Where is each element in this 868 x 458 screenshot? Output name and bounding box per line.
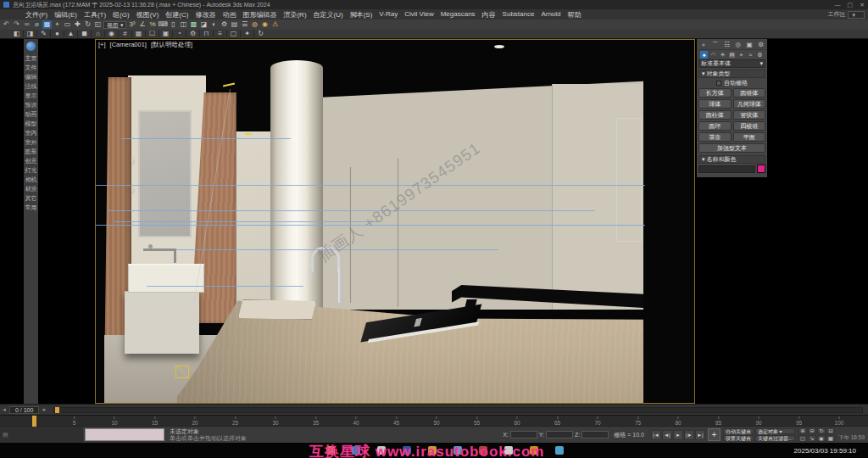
timeline-frame-handle[interactable]: [32, 416, 36, 427]
light-helper-icon[interactable]: [223, 83, 235, 87]
workspace-selector[interactable]: 工作区 ▾: [827, 10, 865, 19]
wall-faucet[interactable]: [143, 242, 186, 267]
sidebar-item[interactable]: 动画: [25, 111, 38, 118]
camera-viewport[interactable]: 插画人 +8619973545951 [+] [Camera001] [默认明暗…: [95, 39, 695, 404]
viewport-camera-label[interactable]: [Camera001]: [110, 41, 147, 49]
sidebar-item[interactable]: 常用: [25, 204, 38, 211]
primitive-button[interactable]: 球体: [698, 99, 732, 109]
toolbar-icon[interactable]: ⌀: [32, 20, 42, 29]
menu-item[interactable]: Substance: [499, 10, 538, 20]
prev-frame-arrow[interactable]: ◄: [0, 407, 8, 412]
command-tab[interactable]: ＋: [700, 41, 707, 49]
command-tab[interactable]: ☷: [724, 41, 730, 48]
playback-button[interactable]: ◄|: [662, 430, 672, 440]
toolbar-icon[interactable]: ✚: [73, 20, 82, 29]
object-category-icon[interactable]: ⌖: [737, 51, 745, 59]
menu-item[interactable]: 创建(C): [162, 10, 192, 20]
toolbar-icon[interactable]: ▢: [229, 30, 238, 38]
object-name-input[interactable]: [698, 165, 755, 173]
toolbar-icon[interactable]: ▦: [42, 20, 52, 29]
toolbar-icon[interactable]: ↻: [83, 20, 92, 29]
menu-item[interactable]: 动画: [219, 10, 239, 20]
toolbar-icon[interactable]: ◐: [209, 20, 219, 29]
viewport-nav-icon[interactable]: ⇘: [808, 435, 816, 442]
playback-button[interactable]: |◄: [651, 430, 661, 440]
viewport-menu-plus[interactable]: [+]: [98, 41, 106, 49]
toolbar-icon[interactable]: ▩: [189, 20, 198, 29]
toolbar-icon[interactable]: ▣: [161, 30, 170, 38]
maximize-button[interactable]: ▢: [848, 2, 854, 8]
primitive-button[interactable]: 圆环: [698, 121, 732, 131]
menu-item[interactable]: Arnold: [537, 10, 564, 20]
playback-button[interactable]: |►: [684, 430, 694, 440]
close-button[interactable]: ✕: [860, 2, 865, 8]
toolbar-icon[interactable]: Π: [202, 30, 211, 38]
toolbar-icon[interactable]: ≡: [215, 30, 225, 38]
toolbar-icon[interactable]: ▤: [230, 20, 239, 29]
y-coordinate-field[interactable]: [546, 431, 573, 438]
toolbar-icon[interactable]: ◉: [107, 30, 116, 38]
menu-item[interactable]: Megascans: [437, 10, 479, 20]
sidebar-item[interactable]: 室内: [25, 130, 38, 137]
command-tab[interactable]: ⚙: [758, 41, 764, 48]
viewport-nav-icon[interactable]: ↻: [817, 427, 826, 434]
basin-cabinet[interactable]: [125, 291, 199, 354]
sink[interactable]: [238, 299, 316, 320]
viewport-nav-icon[interactable]: ⊖: [808, 427, 816, 434]
toolbar-icon[interactable]: ◫: [179, 20, 188, 29]
rollout-name-color[interactable]: ▾ 名称和颜色: [698, 155, 765, 164]
toolbar-icon[interactable]: ◍: [250, 20, 259, 29]
menu-item[interactable]: 帮助: [565, 10, 585, 20]
sidebar-logo-icon[interactable]: [26, 42, 36, 51]
listener-icon[interactable]: ▤: [3, 432, 8, 438]
autogrid-checkbox[interactable]: [716, 81, 721, 86]
menu-item[interactable]: 组(G): [109, 10, 133, 20]
sidebar-item[interactable]: 材质: [25, 186, 38, 193]
command-tab[interactable]: ⌒: [712, 41, 719, 49]
toolbar-icon[interactable]: ⚙: [188, 30, 198, 38]
toolbar-icon[interactable]: ✎: [39, 30, 48, 38]
toolbar-icon[interactable]: ✦: [242, 30, 252, 38]
next-frame-arrow[interactable]: ►: [40, 407, 48, 412]
toolbar-icon[interactable]: ⌂: [93, 30, 103, 38]
time-slider-handle[interactable]: [55, 407, 59, 413]
menu-item[interactable]: V-Ray: [376, 10, 401, 20]
toolbar-icon[interactable]: ⚙: [220, 20, 229, 29]
sidebar-item[interactable]: 灯光: [25, 167, 38, 174]
toolbar-icon[interactable]: ▭: [63, 20, 72, 29]
primitive-button[interactable]: 四棱锥: [733, 121, 766, 131]
basin[interactable]: [128, 264, 204, 293]
viewport-nav-icon[interactable]: ◉: [817, 435, 826, 442]
viewport-shading-label[interactable]: [默认明暗处理]: [151, 41, 192, 49]
toolbar-icon[interactable]: ◉: [260, 20, 270, 29]
viewport-nav-icon[interactable]: ⊡: [826, 427, 835, 434]
sidebar-item[interactable]: 室外: [25, 139, 38, 146]
viewport-nav-icon[interactable]: ▦: [826, 435, 835, 442]
viewport-nav-icon[interactable]: ⊕: [798, 427, 807, 434]
viewport-label[interactable]: [+] [Camera001] [默认明暗处理]: [98, 41, 192, 49]
primitive-button[interactable]: 茶壶: [698, 132, 732, 142]
toolbar-icon[interactable]: 3³: [127, 20, 136, 29]
toolbar-icon[interactable]: ∠: [137, 20, 147, 29]
selection-set-dropdown[interactable]: 选定对象 ▾: [755, 428, 795, 434]
menu-item[interactable]: 图形编辑器: [239, 10, 280, 20]
object-category-icon[interactable]: ⚙: [756, 51, 764, 59]
reference-coordinate-dropdown[interactable]: 视图 ▾: [103, 21, 126, 29]
sidebar-item[interactable]: 文件: [25, 64, 38, 71]
toolbar-icon[interactable]: ▲: [66, 30, 75, 38]
primitive-button[interactable]: 加强型文本: [698, 143, 765, 153]
primitive-button[interactable]: 圆锥体: [733, 88, 766, 98]
menu-item[interactable]: 视图(V): [133, 10, 163, 20]
menu-item[interactable]: 工具(T): [81, 10, 109, 20]
toolbar-icon[interactable]: ●: [53, 30, 62, 38]
primitive-button[interactable]: 长方体: [698, 88, 732, 98]
time-slider-value[interactable]: 0 / 100: [9, 406, 39, 414]
sidebar-item[interactable]: 相机: [25, 176, 38, 183]
object-category-icon[interactable]: ◠: [709, 51, 717, 59]
toolbar-icon[interactable]: ☰: [240, 20, 249, 29]
x-coordinate-field[interactable]: [510, 431, 537, 438]
ceiling-light[interactable]: [494, 45, 504, 48]
primitive-button[interactable]: 管状体: [733, 110, 766, 120]
rollout-object-type[interactable]: ▾ 对象类型: [698, 70, 765, 78]
toolbar-icon[interactable]: ◧: [12, 30, 21, 38]
